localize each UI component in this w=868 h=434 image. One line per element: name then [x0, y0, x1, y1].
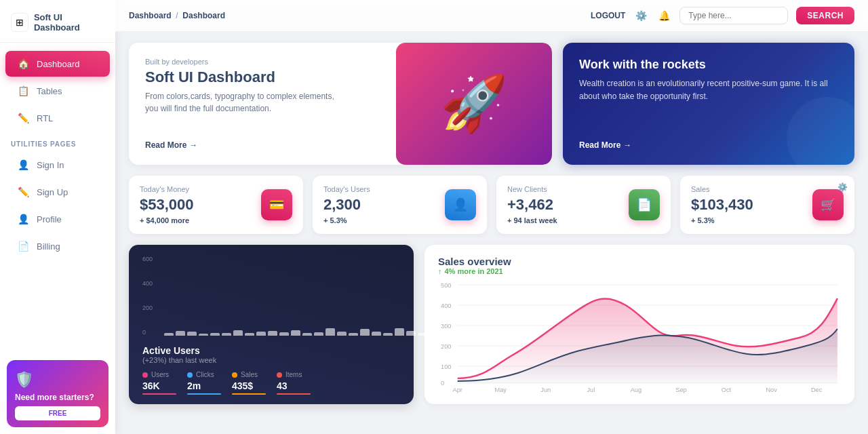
legend-users-dot-row: Users	[142, 371, 176, 378]
legend-clicks-label: Clicks	[196, 371, 214, 378]
bar-item	[372, 332, 381, 336]
dark-arrow-icon: →	[623, 140, 631, 150]
legend-sales-bar	[232, 393, 266, 395]
legend-users-bar	[142, 393, 176, 395]
sidebar-label-rtl: RTL	[37, 113, 53, 123]
hero-dark-card: Work with the rockets Wealth creation is…	[563, 43, 854, 165]
sidebar-item-tables[interactable]: 📋 Tables	[5, 78, 110, 104]
svg-text:400: 400	[441, 302, 451, 309]
legend-sales-dot-row: Sales	[232, 371, 266, 378]
sidebar-label-dashboard: Dashboard	[37, 59, 80, 69]
bar-chart-legend: Users 36K Clicks 2m	[142, 371, 400, 395]
sidebar-item-dashboard[interactable]: 🏠 Dashboard	[5, 51, 110, 77]
bar-item	[349, 333, 358, 336]
svg-text:Oct: Oct	[722, 387, 732, 393]
legend-users-label: Users	[151, 371, 169, 378]
stat-money-change-amount: + $4,000	[140, 216, 169, 224]
y-label-400: 400	[142, 280, 153, 287]
sidebar-item-signup[interactable]: ✏️ Sign Up	[5, 179, 110, 205]
legend-sales-label: Sales	[241, 371, 258, 378]
dark-read-more[interactable]: Read More →	[579, 140, 838, 150]
bar-chart-subtitle: (+23%) than last week	[142, 356, 400, 364]
bar-item	[302, 333, 312, 336]
stat-money-change-text: more	[171, 216, 189, 224]
sidebar-label-signup: Sign Up	[37, 187, 68, 197]
legend-items-bar	[277, 393, 311, 395]
bar-item	[268, 331, 277, 336]
legend-users-dot	[142, 372, 148, 378]
sidebar-label-tables: Tables	[37, 86, 62, 96]
svg-text:Dec: Dec	[811, 387, 823, 393]
hero-description: From colors,cards, typography to complex…	[145, 90, 335, 115]
sidebar-label-profile: Profile	[37, 214, 62, 224]
bar-item	[279, 332, 289, 336]
sidebar-label-billing: Billing	[37, 241, 60, 252]
svg-text:Jul: Jul	[587, 387, 595, 393]
search-button[interactable]: SEARCH	[796, 7, 854, 24]
bar-item	[222, 333, 231, 336]
arrow-right-icon: →	[189, 140, 197, 150]
stat-money-change: + $4,000 more	[140, 216, 194, 224]
stat-money-icon: 💳	[261, 189, 292, 220]
stat-sales-value: $103,430	[691, 196, 753, 214]
stat-clients-value: +3,462	[507, 196, 557, 214]
header-right: LOGOUT ⚙️ 🔔 SEARCH	[591, 7, 854, 24]
gear-corner-icon[interactable]: ⚙️	[837, 182, 848, 192]
promo-title: Need more starters?	[15, 393, 100, 402]
sidebar-item-profile[interactable]: 👤 Profile	[5, 206, 110, 232]
search-input[interactable]	[679, 7, 788, 24]
promo-icon: 🛡️	[15, 371, 100, 389]
bar-item	[199, 334, 208, 336]
bar-item	[429, 328, 439, 336]
settings-icon[interactable]: ⚙️	[633, 8, 648, 23]
bar-item	[395, 328, 404, 336]
legend-sales: Sales 435$	[232, 371, 266, 395]
sidebar-nav: 🏠 Dashboard 📋 Tables ✏️ RTL UTILITIES PA…	[0, 43, 115, 353]
svg-text:Nov: Nov	[766, 387, 777, 393]
bar-item	[314, 332, 323, 336]
logo-text: Soft UI Dashboard	[34, 12, 104, 33]
stat-sales-label: Sales	[691, 185, 753, 193]
header: Dashboard / Dashboard LOGOUT ⚙️ 🔔 SEARCH	[115, 0, 868, 32]
bar-item	[418, 333, 427, 336]
bar-item	[164, 333, 174, 336]
bar-chart-title: Active Users	[142, 345, 400, 356]
legend-users: Users 36K	[142, 371, 176, 395]
notification-icon[interactable]: 🔔	[656, 8, 671, 23]
sidebar-item-billing[interactable]: 📄 Billing	[5, 233, 110, 259]
hero-main-card: Built by developers Soft UI Dashboard Fr…	[129, 43, 552, 165]
svg-text:200: 200	[441, 343, 451, 350]
bar-item	[176, 331, 185, 336]
bar-item	[187, 332, 197, 336]
sidebar-label-signin: Sign In	[37, 160, 64, 170]
breadcrumb-current: Dashboard	[182, 11, 225, 20]
svg-text:500: 500	[441, 282, 451, 289]
stat-users-value: 2,300	[323, 196, 370, 214]
bar-item	[245, 333, 254, 336]
line-chart-title: Sales overview	[438, 256, 841, 267]
utilities-section-label: UTILITIES PAGES	[0, 132, 115, 151]
svg-text:Aug: Aug	[631, 387, 642, 393]
sidebar-item-rtl[interactable]: ✏️ RTL	[5, 105, 110, 131]
line-chart-subtitle: ↑ 4% more in 2021	[438, 267, 841, 275]
bar-item	[406, 331, 416, 336]
svg-text:0: 0	[441, 380, 444, 387]
legend-items: Items 43	[277, 371, 311, 395]
signin-icon: 👤	[16, 158, 30, 172]
stat-sales-change: + 5.3%	[691, 216, 753, 224]
line-chart-subtitle-text: 4% more in 2021	[445, 267, 503, 275]
legend-items-dot-row: Items	[277, 371, 311, 378]
bar-item	[210, 333, 220, 336]
sidebar-item-signin[interactable]: 👤 Sign In	[5, 152, 110, 178]
profile-icon: 👤	[16, 212, 30, 226]
stat-clients-icon: 📄	[629, 189, 660, 220]
tables-icon: 📋	[16, 84, 30, 98]
logout-button[interactable]: LOGOUT	[591, 11, 625, 20]
bar-chart-card: 600 400 200 0 Active Users (+23%) than l…	[129, 245, 414, 404]
bar-chart-area: 600 400 200 0	[142, 256, 400, 337]
legend-clicks-bar	[187, 393, 221, 395]
line-chart-card: Sales overview ↑ 4% more in 2021 500 400…	[425, 245, 854, 404]
promo-button[interactable]: FREE	[15, 406, 100, 420]
trending-up-icon: ↑	[438, 267, 442, 275]
bar-chart-footer: Active Users (+23%) than last week Users…	[142, 345, 400, 395]
